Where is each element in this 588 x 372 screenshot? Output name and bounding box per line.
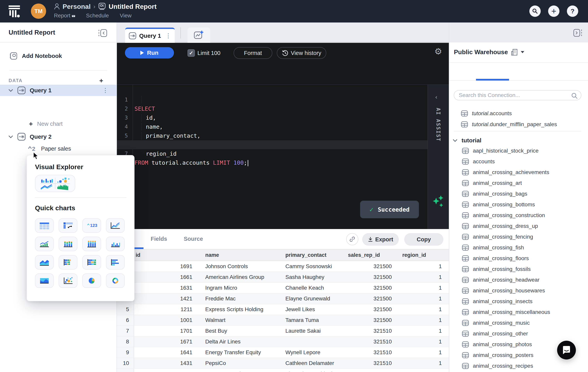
connection-selector[interactable]: Public Warehouse [454,49,524,56]
tab-query1[interactable]: Query 1 ⋮ [125,28,175,43]
schema-table-item[interactable]: animal_crossing_insects [449,296,588,307]
quick-chart-area-icon[interactable] [35,255,54,269]
schema-table-item[interactable]: animal_crossing_music [449,318,588,328]
schema-table-item[interactable]: animal_crossing_housewares [449,285,588,296]
quick-chart-bar-icon[interactable] [106,255,125,269]
share-link-button[interactable] [346,233,358,245]
recent-table-dunder-mifflin[interactable]: tutorial.dunder_mifflin_paper_sales [449,119,588,129]
tab-source[interactable]: Source [184,236,203,242]
cell-name: PepsiCo [201,360,281,366]
schema-table-item[interactable]: animal_crossing_headwear [449,274,588,285]
column-header-region-id[interactable]: region_id [400,252,449,258]
cell-region-id: 1 [400,339,449,345]
schema-group-tutorial[interactable]: tutorial [452,136,588,145]
new-chart-tab[interactable] [188,28,210,43]
schema-table-name: animal_crossing_insects [473,298,533,305]
quick-chart-line-bar-combo-icon[interactable] [35,237,54,251]
table-row: 1 1691 Johnson Controls Cammy Sosnowski … [117,261,449,272]
gear-icon[interactable]: ⚙ [430,46,446,56]
schema-table-item[interactable]: animal_crossing_fish [449,242,588,253]
chevron-down-icon[interactable] [8,89,13,92]
quick-chart-table-icon[interactable] [35,218,54,233]
format-button[interactable]: Format [234,47,272,59]
schema-table-item[interactable]: animal_crossing_construction [449,210,588,221]
schema-table-item[interactable]: animal_crossing_bottoms [449,199,588,210]
ai-assist-panel[interactable]: ‹ AI ASSIST [428,85,449,229]
table-icon [462,277,469,283]
quick-chart-stacked-bar-icon[interactable] [59,255,77,269]
quick-chart-bubble-scatter-icon[interactable] [59,273,77,288]
schema-table-item[interactable]: animal_crossing_recipes [449,361,588,371]
quick-chart-stacked-column-icon[interactable] [59,237,77,251]
cell-id: 1421 [134,296,201,302]
sidebar-item-new-chart-1[interactable]: + New chart [0,119,117,129]
breadcrumb-workspace[interactable]: Personal [63,3,91,10]
visual-explorer-button[interactable] [35,175,75,192]
quick-chart-pie-icon[interactable] [82,273,101,288]
row-number-cell: 10 [117,358,134,369]
limit-checkbox[interactable]: ✓ [188,49,195,57]
recent-table-accounts[interactable]: tutorial.accounts [449,108,588,118]
sidebar-header: Untitled Report [0,22,116,43]
menu-report[interactable]: Report [54,12,75,19]
menu-view[interactable]: View [120,12,132,19]
quick-chart-filled-area-icon[interactable] [35,273,54,288]
connection-search-input[interactable] [454,90,581,100]
quick-chart-stacked-bar-100-icon[interactable] [82,255,101,269]
sidebar-item-query1[interactable]: Query 1 ⋮ [0,85,117,96]
column-header-name[interactable]: name [201,252,281,258]
add-button[interactable]: + [548,5,559,17]
schema-table-item[interactable]: animal_crossing_dress_up [449,221,588,231]
quick-chart-pivot-icon[interactable] [59,218,77,233]
sidebar-item-query2[interactable]: Query 2 [0,131,117,142]
view-history-button[interactable]: View history [277,47,326,59]
table-icon [462,223,469,229]
cell-sales-rep-id: 321510 [346,349,400,356]
schema-table-item[interactable]: animal_crossing_fencing [449,231,588,242]
quick-chart-big-number-icon[interactable]: 123 [82,218,101,233]
collapse-sidebar-icon[interactable] [98,29,107,37]
column-header-primary-contact[interactable]: primary_contact [281,252,346,258]
kebab-menu-icon[interactable]: ⋮ [102,87,108,93]
quick-chart-stacked-column-100-icon[interactable] [82,237,101,251]
schema-table-item[interactable]: animal_crossing_fossils [449,264,588,274]
chevron-left-icon[interactable]: ‹ [435,94,438,101]
schema-table-item[interactable]: animal_crossing_floors [449,253,588,264]
add-notebook-button[interactable]: Add Notebook [0,49,117,63]
help-button[interactable]: ? [567,5,578,17]
schema-table-item[interactable]: animal_crossing_miscellaneous [449,307,588,318]
add-data-button[interactable]: + [99,77,103,85]
schema-table-item[interactable]: accounts [449,156,588,167]
sidebar-item-paper-sales[interactable]: 2 Paper sales [0,143,117,154]
chevron-down-icon[interactable] [8,135,13,138]
quick-chart-column-icon[interactable] [106,237,125,251]
tab-kebab-menu-icon[interactable]: ⋮ [165,33,171,39]
schema-table-item[interactable]: animal_crossing_bags [449,188,588,199]
column-header-sales-rep-id[interactable]: sales_rep_id [346,252,400,258]
column-header-id[interactable]: id [134,252,201,258]
schema-table-item[interactable]: aapl_historical_stock_price [449,145,588,156]
collapse-connection-panel-icon[interactable] [573,29,582,37]
quick-charts-grid: 123 [35,218,128,288]
visual-explorer-title: Visual Explorer [35,163,83,171]
schema-table-item[interactable]: animal_crossing_achievements [449,167,588,178]
run-button[interactable]: Run [125,47,174,58]
quick-chart-donut-icon[interactable] [106,273,125,288]
export-button[interactable]: Export [362,233,399,246]
schema-table-name: aapl_historical_stock_price [473,148,538,154]
menu-schedule[interactable]: Schedule [86,12,109,19]
schema-table-item[interactable]: animal_crossing_art [449,178,588,188]
row-number-cell: 5 [117,304,134,315]
avatar[interactable]: TM [31,3,46,19]
mode-logo-icon[interactable] [8,5,20,18]
sql-editor[interactable]: 1 SELECT 2 id, 3 name, 4 primary_contact… [117,84,449,229]
chat-launcher-button[interactable] [557,341,576,360]
search-button[interactable] [529,5,541,17]
copy-button[interactable]: Copy [404,233,443,246]
schema-table-item[interactable]: animal_crossing_other [449,328,588,339]
quick-chart-line-icon[interactable] [106,218,125,233]
breadcrumb-report-title[interactable]: Untitled Report [109,3,157,10]
tab-fields[interactable]: Fields [151,236,167,242]
limit-label: Limit 100 [198,50,220,56]
query-toolbar: Run ✓ Limit 100 Format View history ⚙ [117,43,449,84]
